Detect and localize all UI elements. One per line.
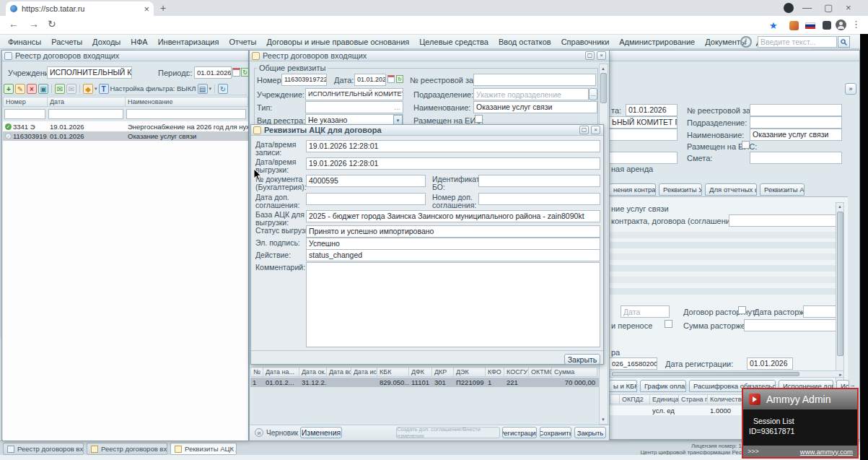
left-window-titlebar[interactable]: Реестр договоров входящих xyxy=(2,51,248,61)
field-cut[interactable] xyxy=(610,129,678,141)
window-minimize-icon[interactable]: — xyxy=(802,3,812,12)
dialog-titlebar[interactable]: Реквизиты АЦК для договора xyxy=(251,125,603,136)
taskbar-tab-registry-1[interactable]: Реестр договоров входящих xyxy=(3,443,84,455)
calendar-refresh-icon[interactable]: ↻ xyxy=(241,68,249,77)
scroll-down-icon[interactable]: ▼ xyxy=(601,416,605,423)
taskbar-tab-registry-2[interactable]: Реестр договоров входящих xyxy=(87,443,167,455)
period-from-field[interactable]: 01.01.2026 xyxy=(194,66,232,79)
horizontal-scrollbar[interactable]: ► xyxy=(610,370,844,378)
ack-base-field[interactable]: 2025 - бюджет города Заинска Заинского м… xyxy=(306,210,600,222)
actions-icon[interactable]: ◆ xyxy=(83,84,93,94)
refresh-icon[interactable]: ↻ xyxy=(218,84,228,94)
help-info-icon[interactable]: ! xyxy=(740,36,752,48)
bookmark-star-icon[interactable]: ★ xyxy=(769,20,778,31)
menu-item-settlements[interactable]: Расчеты xyxy=(46,38,87,46)
date-input[interactable] xyxy=(621,305,670,318)
tab-close-icon[interactable]: × xyxy=(144,4,149,14)
date-field[interactable]: 01.01.2026 xyxy=(354,74,386,86)
calendar-refresh-icon[interactable]: ↻ xyxy=(396,75,403,83)
changes-button[interactable]: Изменения xyxy=(300,427,342,438)
type-field[interactable]: ... xyxy=(305,101,403,113)
tab-ack-details[interactable]: Реквизиты АЦК xyxy=(760,183,805,196)
institution-field-cut[interactable]: ЬНЫЙ КОМИТЕТ ГОРОДА xyxy=(610,116,678,129)
delete-record-icon[interactable]: × xyxy=(27,84,37,94)
calendar-icon[interactable] xyxy=(232,68,240,77)
calendar-icon[interactable] xyxy=(387,75,395,83)
new-tab-button[interactable]: + xyxy=(160,4,166,13)
eis-checkbox[interactable] xyxy=(742,141,750,149)
window-maximize-icon[interactable]: ▢ xyxy=(824,3,833,12)
sup-agreement-number-field[interactable] xyxy=(478,193,600,205)
menu-item-target-funds[interactable]: Целевые средства xyxy=(414,38,494,46)
smeta-field[interactable] xyxy=(750,152,842,164)
scroll-up-icon[interactable]: ▲ xyxy=(838,203,842,210)
menu-item-directories[interactable]: Справочники xyxy=(556,38,615,46)
print-caret-icon[interactable]: ▾ xyxy=(209,86,212,92)
transfer-checkbox[interactable] xyxy=(665,320,672,328)
close-window-button[interactable]: Закрыть xyxy=(574,427,606,438)
tab-kbk-cut[interactable]: ы и КБК xyxy=(610,380,637,392)
browser-tab[interactable]: https://scb.tatar.ru × xyxy=(6,1,154,16)
field-cut[interactable] xyxy=(610,152,678,164)
registry-record-field[interactable] xyxy=(750,104,842,116)
comment-textarea[interactable] xyxy=(306,262,600,347)
copy-record-icon[interactable]: ▣ xyxy=(38,84,48,94)
pin-extension-icon[interactable] xyxy=(823,21,831,30)
global-search-input[interactable] xyxy=(758,36,837,48)
number-field[interactable]: 116303919722/26 xyxy=(281,74,327,86)
department-lookup-button[interactable]: ... xyxy=(589,88,597,100)
menu-item-administration[interactable]: Администрирование xyxy=(614,38,700,46)
upload-status-field[interactable]: Принято и успешно импортировано xyxy=(306,225,600,238)
record-datetime-field[interactable]: 19.01.2026 12:28:01 xyxy=(306,140,600,152)
tab-report-forms[interactable]: Для отчетных форм xyxy=(705,183,757,196)
menu-item-finances[interactable]: Финансы xyxy=(3,38,46,46)
dialog-maximize-icon[interactable]: ▢ xyxy=(579,126,589,134)
contract-field[interactable] xyxy=(729,214,838,227)
kbk-grid-header[interactable]: № Дата на... Дата ок... Дата во... Дата … xyxy=(250,367,599,377)
bo-id-field[interactable] xyxy=(478,175,600,187)
name-field[interactable]: Оказание услуг связи xyxy=(750,129,842,141)
menu-item-inventory[interactable]: Инвентаризация xyxy=(153,38,224,46)
termination-sum-field[interactable] xyxy=(744,319,843,331)
ammyy-website-link[interactable]: www.ammyy.com xyxy=(800,448,853,456)
table-row[interactable]: ✓3341 Э 19.01.2026 Энергоснабжение на 20… xyxy=(3,122,248,131)
edit-record-icon[interactable]: ✎ xyxy=(15,84,25,94)
date-field[interactable]: 01.01.2026 xyxy=(626,104,678,116)
eis-checkbox[interactable] xyxy=(475,115,483,123)
department-field[interactable] xyxy=(750,116,842,129)
browser-menu-dots-icon[interactable]: ⋮ xyxy=(851,19,861,29)
profile-avatar-icon[interactable] xyxy=(836,19,846,30)
middle-close-icon[interactable]: × xyxy=(597,51,606,60)
institution-field[interactable]: ИСПОЛНИТЕЛЬНЫЙ КОМИТЕТ ГОРОДА xyxy=(305,88,403,100)
reload-icon[interactable]: ↻ xyxy=(48,19,56,29)
doc-number-field[interactable]: 4000595 xyxy=(306,175,426,187)
action-field[interactable]: status_changed xyxy=(306,249,600,261)
registration-number-field-cut[interactable]: 026_1658020011 xyxy=(610,357,657,370)
tab-ufk-details[interactable]: Реквизиты УФК xyxy=(659,183,702,196)
department-field[interactable] xyxy=(473,88,589,100)
search-button[interactable] xyxy=(838,36,850,48)
menu-item-incomes[interactable]: Доходы xyxy=(87,38,126,46)
tab-payment-schedule[interactable]: График оплаты xyxy=(640,380,686,392)
ammyy-header[interactable]: Ammyy Admin xyxy=(743,389,857,409)
signature-field[interactable]: Успешно xyxy=(306,238,600,250)
filter-icon[interactable]: T xyxy=(99,84,109,94)
menu-item-reports[interactable]: Отчеты xyxy=(224,38,261,46)
middle-window-titlebar[interactable]: Реестр договоров входящих xyxy=(250,51,609,61)
extension-icon[interactable] xyxy=(789,21,799,30)
filter-number-input[interactable] xyxy=(4,109,45,119)
send-icon[interactable]: ✉ xyxy=(55,84,65,94)
menu-item-nfa[interactable]: НФА xyxy=(126,38,152,46)
dialog-close-button[interactable]: Закрыть xyxy=(564,354,600,365)
menu-item-contracts[interactable]: Договоры и иные правовые основания xyxy=(261,38,414,46)
name-field[interactable]: Оказание услуг связи xyxy=(473,101,597,113)
filter-date-input[interactable] xyxy=(48,109,123,119)
registry-record-field[interactable] xyxy=(473,74,596,86)
right-window-titlebar[interactable] xyxy=(610,51,859,61)
screencast-indicator-icon[interactable] xyxy=(784,3,794,13)
filter-name-input[interactable] xyxy=(126,109,246,119)
tab-contract-changes[interactable]: нения контракта xyxy=(610,183,656,196)
forward-icon[interactable]: → xyxy=(29,19,39,29)
back-icon[interactable]: ← xyxy=(9,19,19,29)
taskbar-tab-ack-dialog[interactable]: Реквизиты АЦК для дого... xyxy=(170,443,237,455)
